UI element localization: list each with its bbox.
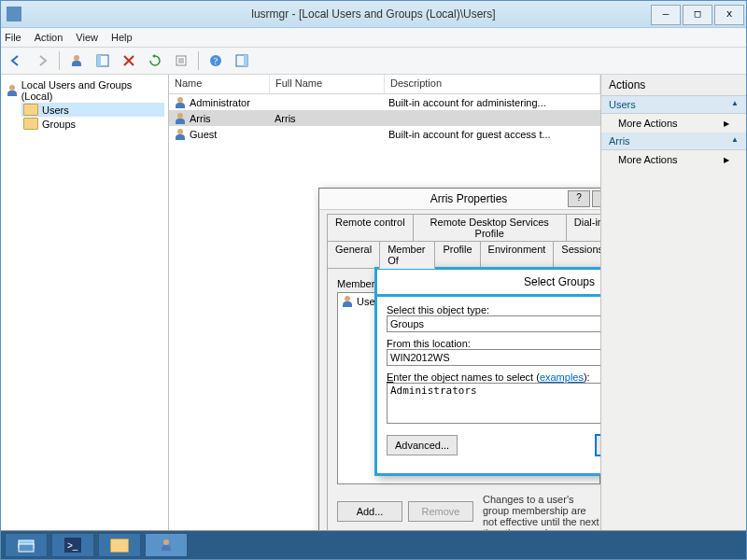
menu-action[interactable]: Action [35, 32, 63, 43]
taskbar-powershell-icon[interactable]: >_ [51, 533, 94, 557]
ok-button[interactable]: OK [596, 435, 601, 455]
membership-note: Changes to a user's group membership are… [483, 494, 600, 530]
object-names-input[interactable] [387, 383, 601, 424]
tree-groups[interactable]: Groups [21, 117, 164, 131]
tab-sessions[interactable]: Sessions [553, 241, 601, 268]
tree-root-label: Local Users and Groups (Local) [21, 79, 162, 102]
remove-button[interactable]: Remove [408, 501, 473, 522]
location-label: From this location: [387, 338, 601, 349]
location-field[interactable] [387, 349, 601, 366]
refresh-icon[interactable] [144, 49, 166, 72]
col-description[interactable]: Description [385, 75, 600, 93]
menu-view[interactable]: View [76, 32, 98, 43]
object-type-label: Select this object type: [387, 304, 601, 315]
show-hide-console-tree-icon[interactable] [92, 49, 114, 72]
dialog-titlebar[interactable]: Select Groups ? X [377, 270, 601, 297]
cell-name: Guest [190, 129, 217, 140]
svg-rect-6 [244, 55, 247, 66]
tab-dialin[interactable]: Dial-in [566, 214, 601, 241]
actions-more-arris[interactable]: More Actions▶ [601, 150, 746, 169]
actions-group-label: Users [609, 99, 636, 110]
user-list: Name Full Name Description Administrator… [169, 75, 601, 530]
actions-more-users[interactable]: More Actions▶ [601, 114, 746, 133]
toolbar: ? [1, 48, 746, 75]
cell-desc: Built-in account for guest access t... [388, 129, 551, 140]
tree-users-label: Users [42, 105, 69, 116]
col-name[interactable]: Name [169, 75, 270, 93]
actions-more-label: More Actions [618, 118, 678, 129]
column-headers: Name Full Name Description [169, 75, 600, 94]
actions-group-arris[interactable]: Arris▲ [601, 133, 746, 150]
svg-rect-8 [19, 544, 34, 552]
menu-file[interactable]: File [5, 32, 21, 43]
export-list-icon[interactable] [170, 49, 192, 72]
add-button[interactable]: Add... [337, 501, 402, 522]
chevron-right-icon: ▶ [724, 156, 729, 164]
new-user-icon[interactable] [65, 49, 88, 72]
console-tree[interactable]: Local Users and Groups (Local) Users Gro… [1, 75, 169, 530]
user-icon [175, 129, 186, 140]
user-icon [175, 97, 186, 108]
taskbar-lusrmgr-icon[interactable] [145, 533, 188, 557]
folder-icon [23, 104, 38, 116]
window-title: lusrmgr - [Local Users and Groups (Local… [1, 7, 746, 21]
tab-rdsp[interactable]: Remote Desktop Services Profile [413, 214, 567, 241]
cell-name: Arris [190, 113, 211, 124]
dialog-title: Arris Properties [430, 192, 508, 205]
actions-group-users[interactable]: Users▲ [601, 96, 746, 114]
nav-back-button[interactable] [5, 49, 27, 72]
dialog-titlebar[interactable]: Arris Properties ? X [319, 189, 601, 210]
actions-pane: Actions Users▲ More Actions▶ Arris▲ More… [601, 75, 746, 530]
help-icon[interactable]: ? [204, 49, 227, 72]
taskbar-server-manager-icon[interactable] [5, 533, 48, 557]
tab-profile[interactable]: Profile [434, 241, 480, 268]
main-content: Local Users and Groups (Local) Users Gro… [1, 75, 746, 531]
names-label: Enter the object names to select (exampl… [387, 371, 601, 383]
menubar: File Action View Help [1, 28, 746, 48]
list-item[interactable]: Arris Arris [169, 110, 600, 126]
user-icon [175, 113, 186, 124]
users-groups-icon [7, 85, 18, 96]
tab-general[interactable]: General [327, 241, 380, 268]
advanced-button[interactable]: Advanced... [387, 435, 458, 455]
dialog-title: Select Groups [524, 275, 595, 288]
delete-icon[interactable] [118, 49, 140, 72]
chevron-right-icon: ▶ [724, 119, 729, 128]
object-type-field[interactable] [387, 315, 601, 332]
svg-text:?: ? [214, 56, 218, 66]
tree-users[interactable]: Users [21, 103, 164, 117]
tab-environment[interactable]: Environment [480, 241, 555, 268]
svg-rect-1 [97, 55, 101, 66]
folder-icon [23, 118, 38, 130]
dialog-help-button[interactable]: ? [568, 190, 590, 207]
cell-fullname: Arris [275, 113, 296, 124]
tab-remote-control[interactable]: Remote control [327, 214, 414, 241]
group-icon [342, 296, 353, 307]
tree-groups-label: Groups [42, 119, 76, 130]
menu-help[interactable]: Help [111, 32, 133, 43]
titlebar: lusrmgr - [Local Users and Groups (Local… [1, 1, 746, 28]
collapse-icon: ▲ [731, 99, 739, 110]
show-hide-action-pane-icon[interactable] [231, 49, 253, 72]
names-label-1: nter the object names to select ( [393, 371, 540, 383]
actions-group-label: Arris [609, 135, 630, 147]
actions-header: Actions [601, 75, 746, 96]
collapse-icon: ▲ [731, 135, 739, 147]
taskbar-explorer-icon[interactable] [98, 533, 141, 557]
cell-desc: Built-in account for administering... [388, 97, 546, 108]
main-window: lusrmgr - [Local Users and Groups (Local… [0, 0, 747, 560]
taskbar: >_ [1, 531, 746, 559]
select-groups-dialog: Select Groups ? X Select this object typ… [374, 267, 601, 476]
nav-forward-button[interactable] [31, 49, 53, 72]
col-fullname[interactable]: Full Name [270, 75, 385, 93]
names-label-2: ): [584, 371, 590, 383]
svg-text:>_: >_ [67, 540, 78, 551]
dialog-close-button[interactable]: X [592, 190, 601, 207]
list-item[interactable]: Guest Built-in account for guest access … [169, 126, 600, 142]
tree-root[interactable]: Local Users and Groups (Local) [5, 78, 164, 103]
examples-link[interactable]: examples [540, 371, 584, 383]
tab-member-of[interactable]: Member Of [379, 241, 435, 269]
cell-name: Administrator [190, 97, 250, 108]
list-item[interactable]: Administrator Built-in account for admin… [169, 94, 600, 110]
actions-more-label: More Actions [618, 154, 678, 165]
